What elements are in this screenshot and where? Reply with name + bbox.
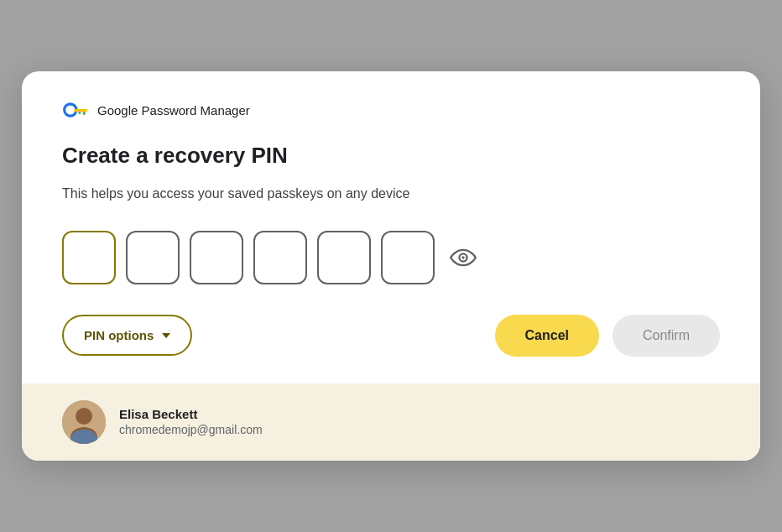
chevron-down-icon bbox=[162, 333, 170, 338]
recovery-pin-dialog: Google Password Manager Create a recover… bbox=[22, 71, 760, 461]
pin-box-2[interactable] bbox=[126, 231, 180, 284]
pin-box-1[interactable] bbox=[62, 231, 116, 284]
dialog-actions: PIN options Cancel Confirm bbox=[62, 315, 720, 383]
google-password-manager-icon bbox=[62, 102, 89, 118]
action-buttons-group: Cancel Confirm bbox=[495, 315, 720, 357]
pin-box-6[interactable] bbox=[381, 231, 435, 284]
avatar bbox=[62, 400, 106, 444]
svg-rect-1 bbox=[74, 109, 87, 112]
svg-point-7 bbox=[76, 408, 92, 425]
svg-rect-2 bbox=[83, 112, 86, 115]
pin-box-3[interactable] bbox=[190, 231, 243, 284]
pin-box-5[interactable] bbox=[317, 231, 371, 284]
pin-input-row bbox=[62, 231, 720, 284]
cancel-button[interactable]: Cancel bbox=[495, 315, 599, 357]
user-name: Elisa Beckett bbox=[119, 407, 263, 421]
dialog-subtitle: This helps you access your saved passkey… bbox=[62, 184, 720, 204]
pin-box-4[interactable] bbox=[253, 231, 307, 284]
svg-point-5 bbox=[461, 256, 464, 258]
svg-rect-3 bbox=[79, 112, 81, 114]
confirm-button[interactable]: Confirm bbox=[613, 315, 720, 357]
pin-options-label: PIN options bbox=[84, 328, 154, 342]
user-email: chromedemojp@gmail.com bbox=[119, 423, 263, 436]
dialog-header: Google Password Manager bbox=[62, 102, 720, 118]
user-account-footer: Elisa Beckett chromedemojp@gmail.com bbox=[22, 383, 760, 461]
dialog-title: Create a recovery PIN bbox=[62, 142, 720, 170]
user-info: Elisa Beckett chromedemojp@gmail.com bbox=[119, 407, 263, 436]
toggle-pin-visibility-button[interactable] bbox=[448, 243, 478, 273]
app-name-label: Google Password Manager bbox=[97, 103, 250, 117]
pin-options-button[interactable]: PIN options bbox=[62, 315, 192, 356]
